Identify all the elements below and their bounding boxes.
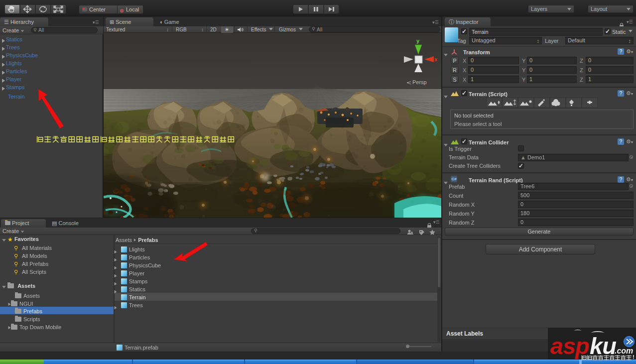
svg-text:ku: ku: [590, 333, 616, 359]
svg-text:asp: asp: [550, 333, 589, 359]
svg-text:!: !: [633, 354, 635, 360]
svg-text:.com: .com: [615, 347, 633, 355]
